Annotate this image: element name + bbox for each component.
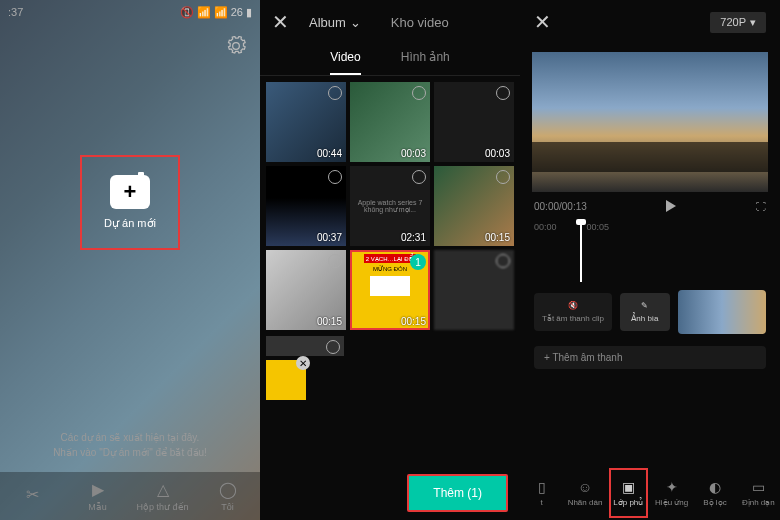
chevron-down-icon: ▾ [750, 16, 756, 29]
nav-me[interactable]: ◯Tôi [195, 472, 260, 520]
selection-badge: 1 [410, 254, 426, 270]
play-button[interactable] [666, 200, 676, 212]
media-thumb[interactable]: 00:37 [266, 166, 346, 246]
stock-video-link[interactable]: Kho video [391, 15, 449, 30]
scissors-icon: ✂ [26, 485, 39, 504]
media-thumb[interactable] [434, 250, 514, 330]
expand-icon[interactable]: ⛶ [756, 201, 766, 212]
plus-icon: + [110, 175, 150, 209]
speaker-off-icon: 🔇 [568, 301, 578, 310]
pencil-icon: ✎ [641, 301, 648, 310]
bottom-toolbar: ▯t ☺Nhãn dán ▣Lớp phủ ✦Hiệu ứng ◐Bộ lọc … [520, 466, 780, 520]
gear-icon [226, 36, 246, 56]
status-time: :37 [8, 6, 23, 18]
album-dropdown[interactable]: Album ⌄ [309, 15, 361, 30]
media-thumb-selected[interactable]: 2 VẠCH…LẠI ĐỂ! MỪNG ĐÓN 1 00:15 [350, 250, 430, 330]
media-thumb[interactable]: 00:15 [434, 166, 514, 246]
bottom-nav: ✂ ▶Mẫu △Hộp thư đến ◯Tôi [0, 472, 260, 520]
effect-icon: ✦ [666, 479, 678, 495]
tool-effect[interactable]: ✦Hiệu ứng [650, 466, 693, 520]
add-audio-button[interactable]: + Thêm âm thanh [534, 346, 766, 369]
tool-filter[interactable]: ◐Bộ lọc [693, 466, 736, 520]
tool-cut[interactable]: ▯t [520, 466, 563, 520]
nav-inbox[interactable]: △Hộp thư đến [130, 472, 195, 520]
tool-format[interactable]: ▭Định dạn [737, 466, 780, 520]
nav-edit[interactable]: ✂ [0, 472, 65, 520]
status-icons: 📵📶📶 26▮ [180, 6, 252, 19]
media-thumb[interactable]: Apple watch series 7 không như mọi...02:… [350, 166, 430, 246]
media-thumb[interactable]: 00:03 [350, 82, 430, 162]
tool-overlay[interactable]: ▣Lớp phủ [607, 466, 650, 520]
settings-button[interactable] [226, 36, 246, 56]
selected-clip[interactable]: ✕ [266, 360, 306, 400]
time-display: 00:00/00:13 [534, 201, 587, 212]
tab-image[interactable]: Hình ảnh [401, 44, 450, 75]
remove-icon[interactable]: ✕ [296, 356, 310, 370]
add-button[interactable]: Thêm (1) [407, 474, 508, 512]
chevron-down-icon: ⌄ [350, 15, 361, 30]
bell-icon: △ [157, 480, 169, 499]
format-icon: ▭ [752, 479, 765, 495]
new-project-button[interactable]: + Dự án mới [80, 155, 180, 250]
media-thumb[interactable]: 00:44 [266, 82, 346, 162]
empty-state-text: Các dự án sẽ xuất hiện tại đây. Nhấn vào… [0, 430, 260, 460]
media-thumb[interactable] [266, 336, 344, 356]
close-button[interactable]: ✕ [534, 10, 551, 34]
new-project-label: Dự án mới [104, 217, 156, 230]
mute-button[interactable]: 🔇 Tắt âm thanh clip [534, 293, 612, 331]
sticker-icon: ☺ [578, 479, 592, 495]
video-preview[interactable] [532, 52, 768, 192]
resolution-button[interactable]: 720P ▾ [710, 12, 766, 33]
template-icon: ▶ [92, 480, 104, 499]
ruler: 00:00 00:05 [534, 222, 766, 236]
nav-template[interactable]: ▶Mẫu [65, 472, 130, 520]
clip-strip[interactable] [678, 290, 766, 334]
tab-video[interactable]: Video [330, 44, 360, 75]
media-thumb[interactable]: 00:03 [434, 82, 514, 162]
user-icon: ◯ [219, 480, 237, 499]
filter-icon: ◐ [709, 479, 721, 495]
tool-sticker[interactable]: ☺Nhãn dán [563, 466, 606, 520]
cover-button[interactable]: ✎ Ảnh bìa [620, 293, 670, 331]
overlay-icon: ▣ [622, 479, 635, 495]
media-thumb[interactable]: 00:15 [266, 250, 346, 330]
timeline[interactable]: 00:00 00:05 [520, 222, 780, 282]
playhead[interactable] [580, 222, 582, 282]
cut-icon: ▯ [538, 479, 546, 495]
close-button[interactable]: ✕ [272, 10, 289, 34]
